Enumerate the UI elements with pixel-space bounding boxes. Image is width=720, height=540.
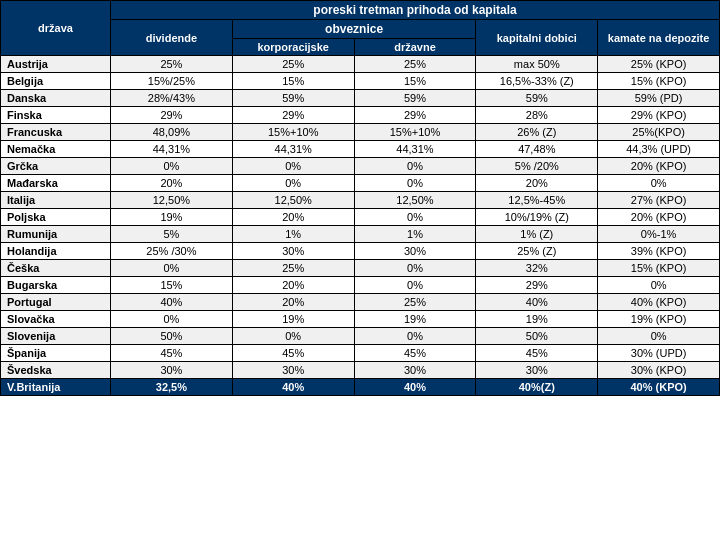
cell-dividende: 29% — [111, 107, 233, 124]
header-drzava: država — [1, 1, 111, 56]
cell-dividende: 12,50% — [111, 192, 233, 209]
cell-drzavne: 15%+10% — [354, 124, 476, 141]
cell-drzava: Finska — [1, 107, 111, 124]
cell-kamate: 29% (KPO) — [598, 107, 720, 124]
cell-dividende: 44,31% — [111, 141, 233, 158]
table-row: Grčka0%0%0%5% /20%20% (KPO) — [1, 158, 720, 175]
table-row: Slovenija50%0%0%50%0% — [1, 328, 720, 345]
cell-korporacijske: 0% — [232, 328, 354, 345]
cell-kapital: 40%(Z) — [476, 379, 598, 396]
cell-kapital: 20% — [476, 175, 598, 192]
cell-dividende: 40% — [111, 294, 233, 311]
cell-korporacijske: 20% — [232, 209, 354, 226]
table-row: Češka0%25%0%32%15% (KPO) — [1, 260, 720, 277]
cell-drzava: Švedska — [1, 362, 111, 379]
cell-kamate: 44,3% (UPD) — [598, 141, 720, 158]
cell-drzava: Austrija — [1, 56, 111, 73]
cell-drzava: Holandija — [1, 243, 111, 260]
header-main-title: poreski tretman prihoda od kapitala — [111, 1, 720, 20]
cell-kapital: 19% — [476, 311, 598, 328]
table-row: V.Britanija32,5%40%40%40%(Z)40% (KPO) — [1, 379, 720, 396]
cell-drzava: Slovačka — [1, 311, 111, 328]
cell-korporacijske: 15%+10% — [232, 124, 354, 141]
cell-kapital: 5% /20% — [476, 158, 598, 175]
cell-korporacijske: 12,50% — [232, 192, 354, 209]
cell-kamate: 25% (KPO) — [598, 56, 720, 73]
cell-korporacijske: 15% — [232, 73, 354, 90]
cell-drzava: Portugal — [1, 294, 111, 311]
cell-kapital: max 50% — [476, 56, 598, 73]
cell-drzavne: 44,31% — [354, 141, 476, 158]
cell-drzavne: 29% — [354, 107, 476, 124]
cell-dividende: 45% — [111, 345, 233, 362]
cell-korporacijske: 1% — [232, 226, 354, 243]
cell-korporacijske: 29% — [232, 107, 354, 124]
cell-korporacijske: 25% — [232, 260, 354, 277]
table-row: Španija45%45%45%45%30% (UPD) — [1, 345, 720, 362]
cell-drzavne: 25% — [354, 294, 476, 311]
cell-dividende: 25% — [111, 56, 233, 73]
header-dividende: dividende — [111, 20, 233, 56]
cell-kamate: 0%-1% — [598, 226, 720, 243]
cell-kapital: 10%/19% (Z) — [476, 209, 598, 226]
cell-drzava: Bugarska — [1, 277, 111, 294]
cell-drzava: Grčka — [1, 158, 111, 175]
cell-drzavne: 0% — [354, 328, 476, 345]
table-row: Poljska19%20%0%10%/19% (Z)20% (KPO) — [1, 209, 720, 226]
table-row: Slovačka0%19%19%19%19% (KPO) — [1, 311, 720, 328]
cell-kapital: 29% — [476, 277, 598, 294]
cell-korporacijske: 30% — [232, 243, 354, 260]
cell-drzavne: 0% — [354, 260, 476, 277]
table-row: Finska29%29%29%28%29% (KPO) — [1, 107, 720, 124]
cell-drzava: V.Britanija — [1, 379, 111, 396]
cell-drzavne: 30% — [354, 243, 476, 260]
cell-kapital: 26% (Z) — [476, 124, 598, 141]
cell-kamate: 30% (KPO) — [598, 362, 720, 379]
cell-drzava: Nemačka — [1, 141, 111, 158]
cell-kamate: 25%(KPO) — [598, 124, 720, 141]
cell-kapital: 16,5%-33% (Z) — [476, 73, 598, 90]
cell-kapital: 40% — [476, 294, 598, 311]
cell-korporacijske: 0% — [232, 158, 354, 175]
cell-drzava: Italija — [1, 192, 111, 209]
table-row: Rumunija5%1%1%1% (Z)0%-1% — [1, 226, 720, 243]
main-table: državaporeski tretman prihoda od kapital… — [0, 0, 720, 396]
table-row: Austrija25%25%25%max 50%25% (KPO) — [1, 56, 720, 73]
header-kamate: kamate na depozite — [598, 20, 720, 56]
cell-dividende: 28%/43% — [111, 90, 233, 107]
cell-drzavne: 0% — [354, 175, 476, 192]
cell-drzava: Danska — [1, 90, 111, 107]
cell-dividende: 15%/25% — [111, 73, 233, 90]
cell-korporacijske: 19% — [232, 311, 354, 328]
cell-drzavne: 0% — [354, 277, 476, 294]
cell-kapital: 30% — [476, 362, 598, 379]
cell-dividende: 0% — [111, 158, 233, 175]
table-row: Mađarska20%0%0%20%0% — [1, 175, 720, 192]
cell-drzavne: 12,50% — [354, 192, 476, 209]
cell-korporacijske: 44,31% — [232, 141, 354, 158]
cell-kamate: 19% (KPO) — [598, 311, 720, 328]
cell-kapital: 50% — [476, 328, 598, 345]
header-korporacijske: korporacijske — [232, 39, 354, 56]
cell-korporacijske: 25% — [232, 56, 354, 73]
cell-drzava: Poljska — [1, 209, 111, 226]
cell-kapital: 47,48% — [476, 141, 598, 158]
cell-kapital: 59% — [476, 90, 598, 107]
cell-drzavne: 25% — [354, 56, 476, 73]
cell-dividende: 30% — [111, 362, 233, 379]
cell-kamate: 39% (KPO) — [598, 243, 720, 260]
table-row: Bugarska15%20%0%29%0% — [1, 277, 720, 294]
cell-dividende: 5% — [111, 226, 233, 243]
cell-korporacijske: 45% — [232, 345, 354, 362]
cell-kamate: 27% (KPO) — [598, 192, 720, 209]
cell-kamate: 0% — [598, 175, 720, 192]
cell-kamate: 15% (KPO) — [598, 73, 720, 90]
cell-kamate: 59% (PD) — [598, 90, 720, 107]
cell-kamate: 0% — [598, 277, 720, 294]
cell-kamate: 20% (KPO) — [598, 209, 720, 226]
cell-kapital: 32% — [476, 260, 598, 277]
cell-drzava: Belgija — [1, 73, 111, 90]
cell-kapital: 28% — [476, 107, 598, 124]
table-row: Portugal40%20%25%40%40% (KPO) — [1, 294, 720, 311]
header-obveznice: obveznice — [232, 20, 476, 39]
